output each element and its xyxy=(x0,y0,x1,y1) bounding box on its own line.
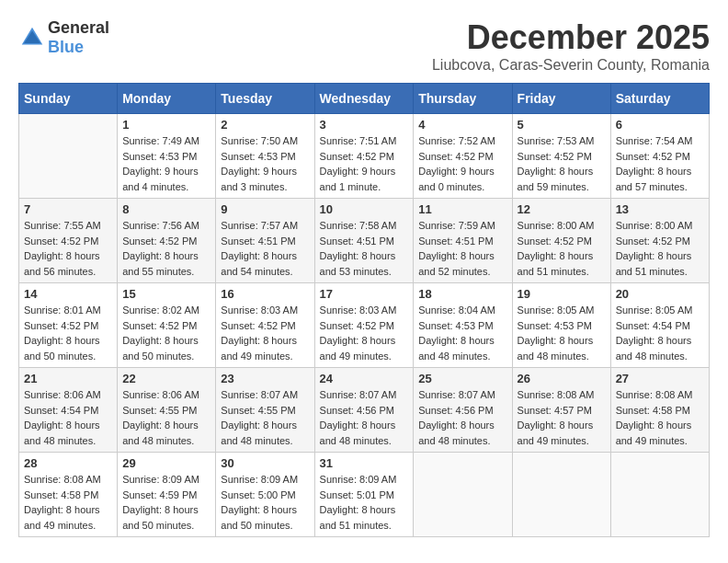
logo-text-blue: Blue xyxy=(48,38,84,56)
logo-icon xyxy=(18,24,46,52)
day-info: Sunrise: 8:03 AM Sunset: 4:52 PM Dayligh… xyxy=(221,303,309,363)
calendar-day-cell: 22Sunrise: 8:06 AM Sunset: 4:55 PM Dayli… xyxy=(118,368,216,453)
day-number: 30 xyxy=(221,456,309,470)
day-info: Sunrise: 7:54 AM Sunset: 4:52 PM Dayligh… xyxy=(616,133,704,194)
calendar-day-cell: 9Sunrise: 7:57 AM Sunset: 4:51 PM Daylig… xyxy=(216,199,314,283)
day-info: Sunrise: 8:09 AM Sunset: 5:00 PM Dayligh… xyxy=(221,472,309,533)
day-info: Sunrise: 8:05 AM Sunset: 4:53 PM Dayligh… xyxy=(518,303,606,363)
calendar-day-cell: 5Sunrise: 7:53 AM Sunset: 4:52 PM Daylig… xyxy=(512,114,610,199)
page-header: General Blue December 2025 Liubcova, Car… xyxy=(18,18,710,74)
day-info: Sunrise: 7:58 AM Sunset: 4:51 PM Dayligh… xyxy=(320,218,409,279)
weekday-header-thursday: Thursday xyxy=(414,84,512,114)
day-number: 25 xyxy=(418,372,506,385)
day-info: Sunrise: 7:53 AM Sunset: 4:52 PM Dayligh… xyxy=(518,133,606,194)
day-number: 27 xyxy=(616,372,704,385)
calendar-day-cell: 7Sunrise: 7:55 AM Sunset: 4:52 PM Daylig… xyxy=(19,199,118,283)
day-info: Sunrise: 8:01 AM Sunset: 4:52 PM Dayligh… xyxy=(24,303,112,363)
day-info: Sunrise: 8:06 AM Sunset: 4:54 PM Dayligh… xyxy=(24,387,112,448)
weekday-header-sunday: Sunday xyxy=(19,84,118,114)
day-info: Sunrise: 7:52 AM Sunset: 4:52 PM Dayligh… xyxy=(418,133,506,194)
day-info: Sunrise: 7:50 AM Sunset: 4:53 PM Dayligh… xyxy=(221,133,309,194)
weekday-header-wednesday: Wednesday xyxy=(314,84,414,114)
title-section: December 2025 Liubcova, Caras-Severin Co… xyxy=(432,18,710,74)
day-info: Sunrise: 8:08 AM Sunset: 4:58 PM Dayligh… xyxy=(24,472,112,533)
day-info: Sunrise: 7:56 AM Sunset: 4:52 PM Dayligh… xyxy=(122,218,210,279)
calendar-day-cell: 21Sunrise: 8:06 AM Sunset: 4:54 PM Dayli… xyxy=(19,368,118,453)
day-info: Sunrise: 8:05 AM Sunset: 4:54 PM Dayligh… xyxy=(616,303,704,363)
calendar-table: SundayMondayTuesdayWednesdayThursdayFrid… xyxy=(18,83,710,537)
calendar-week-row: 1Sunrise: 7:49 AM Sunset: 4:53 PM Daylig… xyxy=(19,114,710,199)
day-info: Sunrise: 8:09 AM Sunset: 5:01 PM Dayligh… xyxy=(320,472,409,533)
calendar-day-cell: 16Sunrise: 8:03 AM Sunset: 4:52 PM Dayli… xyxy=(216,283,314,368)
calendar-day-cell: 23Sunrise: 8:07 AM Sunset: 4:55 PM Dayli… xyxy=(216,368,314,453)
calendar-day-cell: 15Sunrise: 8:02 AM Sunset: 4:52 PM Dayli… xyxy=(118,283,216,368)
day-info: Sunrise: 7:51 AM Sunset: 4:52 PM Dayligh… xyxy=(320,133,409,194)
day-number: 31 xyxy=(320,456,409,470)
day-info: Sunrise: 7:57 AM Sunset: 4:51 PM Dayligh… xyxy=(221,218,309,279)
day-number: 8 xyxy=(122,202,210,216)
calendar-day-cell: 29Sunrise: 8:09 AM Sunset: 4:59 PM Dayli… xyxy=(118,453,216,537)
day-number: 29 xyxy=(122,456,210,470)
day-number: 10 xyxy=(320,202,409,216)
day-number: 6 xyxy=(616,118,704,132)
calendar-day-cell: 12Sunrise: 8:00 AM Sunset: 4:52 PM Dayli… xyxy=(512,199,610,283)
calendar-day-cell: 31Sunrise: 8:09 AM Sunset: 5:01 PM Dayli… xyxy=(314,453,414,537)
day-number: 11 xyxy=(418,202,506,216)
day-number: 24 xyxy=(320,372,409,385)
calendar-week-row: 14Sunrise: 8:01 AM Sunset: 4:52 PM Dayli… xyxy=(19,283,710,368)
calendar-day-cell: 24Sunrise: 8:07 AM Sunset: 4:56 PM Dayli… xyxy=(314,368,414,453)
calendar-day-cell: 11Sunrise: 7:59 AM Sunset: 4:51 PM Dayli… xyxy=(414,199,512,283)
day-number: 20 xyxy=(616,287,704,301)
day-info: Sunrise: 7:49 AM Sunset: 4:53 PM Dayligh… xyxy=(122,133,210,194)
calendar-day-cell xyxy=(414,453,512,537)
calendar-day-cell: 10Sunrise: 7:58 AM Sunset: 4:51 PM Dayli… xyxy=(314,199,414,283)
calendar-day-cell xyxy=(512,453,610,537)
day-info: Sunrise: 7:59 AM Sunset: 4:51 PM Dayligh… xyxy=(418,218,506,279)
location-title: Liubcova, Caras-Severin County, Romania xyxy=(432,57,710,74)
day-info: Sunrise: 8:07 AM Sunset: 4:56 PM Dayligh… xyxy=(418,387,506,448)
calendar-day-cell: 25Sunrise: 8:07 AM Sunset: 4:56 PM Dayli… xyxy=(414,368,512,453)
day-number: 1 xyxy=(122,118,210,132)
day-info: Sunrise: 8:08 AM Sunset: 4:57 PM Dayligh… xyxy=(518,387,606,448)
calendar-day-cell: 1Sunrise: 7:49 AM Sunset: 4:53 PM Daylig… xyxy=(118,114,216,199)
day-info: Sunrise: 8:00 AM Sunset: 4:52 PM Dayligh… xyxy=(518,218,606,279)
calendar-day-cell: 30Sunrise: 8:09 AM Sunset: 5:00 PM Dayli… xyxy=(216,453,314,537)
day-number: 4 xyxy=(418,118,506,132)
calendar-day-cell: 6Sunrise: 7:54 AM Sunset: 4:52 PM Daylig… xyxy=(610,114,709,199)
day-number: 28 xyxy=(24,456,112,470)
day-number: 2 xyxy=(221,118,309,132)
calendar-day-cell: 13Sunrise: 8:00 AM Sunset: 4:52 PM Dayli… xyxy=(610,199,709,283)
day-number: 18 xyxy=(418,287,506,301)
day-number: 5 xyxy=(518,118,606,132)
calendar-day-cell: 26Sunrise: 8:08 AM Sunset: 4:57 PM Dayli… xyxy=(512,368,610,453)
day-number: 3 xyxy=(320,118,409,132)
day-number: 16 xyxy=(221,287,309,301)
weekday-header-friday: Friday xyxy=(512,84,610,114)
day-info: Sunrise: 8:07 AM Sunset: 4:56 PM Dayligh… xyxy=(320,387,409,448)
calendar-day-cell: 14Sunrise: 8:01 AM Sunset: 4:52 PM Dayli… xyxy=(19,283,118,368)
calendar-header-row: SundayMondayTuesdayWednesdayThursdayFrid… xyxy=(19,84,710,114)
day-number: 19 xyxy=(518,287,606,301)
month-title: December 2025 xyxy=(432,18,710,57)
calendar-week-row: 21Sunrise: 8:06 AM Sunset: 4:54 PM Dayli… xyxy=(19,368,710,453)
day-info: Sunrise: 7:55 AM Sunset: 4:52 PM Dayligh… xyxy=(24,218,112,279)
day-info: Sunrise: 8:07 AM Sunset: 4:55 PM Dayligh… xyxy=(221,387,309,448)
calendar-day-cell: 17Sunrise: 8:03 AM Sunset: 4:52 PM Dayli… xyxy=(314,283,414,368)
day-number: 17 xyxy=(320,287,409,301)
logo: General Blue xyxy=(18,18,109,57)
calendar-day-cell: 19Sunrise: 8:05 AM Sunset: 4:53 PM Dayli… xyxy=(512,283,610,368)
calendar-day-cell: 8Sunrise: 7:56 AM Sunset: 4:52 PM Daylig… xyxy=(118,199,216,283)
calendar-day-cell: 4Sunrise: 7:52 AM Sunset: 4:52 PM Daylig… xyxy=(414,114,512,199)
calendar-day-cell: 2Sunrise: 7:50 AM Sunset: 4:53 PM Daylig… xyxy=(216,114,314,199)
logo-text-general: General xyxy=(48,18,109,37)
day-info: Sunrise: 8:08 AM Sunset: 4:58 PM Dayligh… xyxy=(616,387,704,448)
day-info: Sunrise: 8:03 AM Sunset: 4:52 PM Dayligh… xyxy=(320,303,409,363)
calendar-day-cell: 20Sunrise: 8:05 AM Sunset: 4:54 PM Dayli… xyxy=(610,283,709,368)
day-number: 15 xyxy=(122,287,210,301)
day-number: 7 xyxy=(24,202,112,216)
day-info: Sunrise: 8:00 AM Sunset: 4:52 PM Dayligh… xyxy=(616,218,704,279)
calendar-week-row: 28Sunrise: 8:08 AM Sunset: 4:58 PM Dayli… xyxy=(19,453,710,537)
weekday-header-monday: Monday xyxy=(118,84,216,114)
day-number: 26 xyxy=(518,372,606,385)
day-info: Sunrise: 8:09 AM Sunset: 4:59 PM Dayligh… xyxy=(122,472,210,533)
